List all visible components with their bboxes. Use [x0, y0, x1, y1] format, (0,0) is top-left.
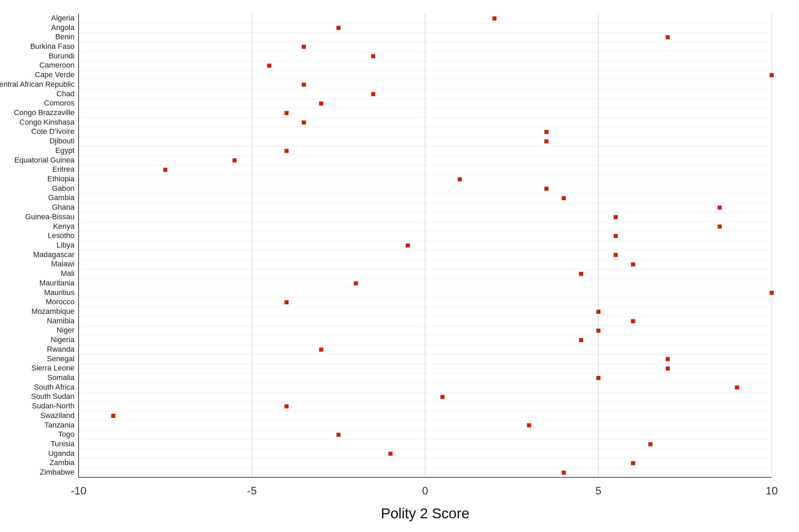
- svg-rect-64: [492, 16, 497, 20]
- svg-rect-124: [284, 300, 288, 304]
- svg-text:Madagascar: Madagascar: [33, 250, 75, 259]
- svg-text:Burundi: Burundi: [49, 52, 75, 60]
- svg-text:Morocco: Morocco: [46, 297, 75, 306]
- svg-rect-78: [302, 83, 306, 87]
- svg-text:Malawi: Malawi: [51, 260, 75, 268]
- svg-rect-90: [544, 139, 549, 143]
- svg-text:Namibia: Namibia: [47, 317, 75, 325]
- svg-text:Egypt: Egypt: [55, 146, 75, 155]
- svg-text:Ethiopia: Ethiopia: [47, 174, 75, 183]
- svg-text:Uganda: Uganda: [48, 449, 75, 458]
- svg-rect-106: [614, 215, 618, 219]
- svg-text:South Africa: South Africa: [34, 383, 75, 391]
- svg-rect-154: [648, 442, 652, 446]
- svg-rect-84: [284, 111, 288, 115]
- svg-rect-110: [614, 234, 618, 238]
- svg-text:Congo Brazzaville: Congo Brazzaville: [14, 108, 75, 117]
- svg-rect-158: [631, 461, 635, 465]
- svg-rect-70: [302, 45, 306, 49]
- svg-rect-148: [111, 414, 115, 418]
- svg-text:Angola: Angola: [51, 23, 75, 32]
- svg-text:Libya: Libya: [56, 241, 75, 249]
- svg-text:Tunisia: Tunisia: [51, 439, 75, 448]
- svg-rect-146: [284, 404, 288, 408]
- svg-rect-150: [527, 423, 531, 428]
- svg-rect-142: [735, 386, 739, 390]
- svg-rect-104: [718, 206, 722, 210]
- svg-text:Guinea-Bissau: Guinea-Bissau: [25, 212, 75, 221]
- svg-text:Mozambique: Mozambique: [31, 307, 75, 316]
- svg-rect-80: [371, 92, 375, 96]
- svg-text:10: 10: [766, 485, 778, 497]
- svg-text:Senegal: Senegal: [47, 354, 75, 363]
- svg-rect-128: [631, 319, 635, 323]
- svg-text:-10: -10: [71, 485, 86, 497]
- svg-text:Swaziland: Swaziland: [40, 411, 75, 420]
- svg-text:Rwanda: Rwanda: [47, 345, 75, 353]
- svg-rect-114: [614, 253, 618, 257]
- svg-rect-72: [371, 54, 375, 58]
- svg-text:Comoros: Comoros: [44, 99, 75, 107]
- chart-container: -10-50510Polity 2 ScoreAlgeriaAngolaBeni…: [0, 0, 799, 532]
- svg-rect-118: [579, 272, 583, 276]
- svg-rect-140: [596, 376, 600, 380]
- svg-rect-88: [544, 130, 549, 134]
- svg-rect-100: [544, 187, 549, 191]
- svg-text:Mauritania: Mauritania: [39, 279, 75, 287]
- svg-rect-66: [337, 26, 341, 30]
- svg-text:Burkina Faso: Burkina Faso: [30, 42, 75, 51]
- svg-text:Djibouti: Djibouti: [50, 137, 75, 145]
- svg-text:Zambia: Zambia: [50, 458, 75, 467]
- svg-text:Zimbabwe: Zimbabwe: [40, 468, 75, 476]
- svg-text:Congo Kinshasa: Congo Kinshasa: [19, 118, 75, 126]
- svg-text:Benin: Benin: [55, 32, 75, 41]
- svg-rect-126: [596, 310, 600, 314]
- svg-text:Polity 2 Score: Polity 2 Score: [381, 505, 469, 521]
- svg-text:Nigeria: Nigeria: [51, 335, 75, 344]
- svg-rect-96: [163, 168, 167, 172]
- main-chart: -10-50510Polity 2 ScoreAlgeriaAngolaBeni…: [0, 0, 799, 532]
- svg-rect-160: [562, 471, 566, 475]
- svg-rect-86: [302, 121, 306, 125]
- svg-rect-130: [596, 328, 600, 333]
- svg-text:Eritrea: Eritrea: [52, 165, 75, 173]
- svg-rect-74: [267, 64, 271, 68]
- svg-rect-152: [337, 433, 341, 437]
- svg-rect-156: [389, 452, 393, 456]
- svg-text:Niger: Niger: [56, 326, 75, 334]
- svg-rect-122: [770, 291, 774, 295]
- svg-text:0: 0: [422, 485, 428, 497]
- svg-rect-138: [666, 366, 670, 370]
- svg-rect-102: [562, 196, 566, 200]
- svg-rect-136: [666, 357, 670, 361]
- svg-rect-94: [232, 158, 236, 163]
- svg-text:Mauritius: Mauritius: [44, 288, 75, 297]
- svg-rect-116: [631, 262, 635, 266]
- svg-text:Cape Verde: Cape Verde: [35, 70, 75, 79]
- svg-text:South Sudan: South Sudan: [31, 392, 75, 401]
- svg-text:Algeria: Algeria: [51, 14, 75, 22]
- svg-text:Central African Republic: Central African Republic: [0, 80, 75, 88]
- svg-text:5: 5: [595, 485, 601, 497]
- svg-text:Gambia: Gambia: [48, 193, 75, 202]
- svg-text:Somalia: Somalia: [48, 373, 75, 382]
- svg-text:-5: -5: [247, 485, 257, 497]
- svg-text:Tanzania: Tanzania: [44, 421, 75, 429]
- svg-rect-82: [319, 101, 323, 106]
- svg-rect-134: [319, 348, 323, 352]
- svg-rect-92: [284, 149, 288, 153]
- svg-text:Equatorial Guinea: Equatorial Guinea: [14, 156, 75, 164]
- svg-text:Gabon: Gabon: [52, 184, 75, 193]
- svg-text:Togo: Togo: [58, 430, 75, 438]
- svg-rect-108: [718, 225, 722, 229]
- svg-rect-120: [354, 281, 358, 285]
- svg-rect-98: [458, 177, 462, 181]
- svg-text:Kenya: Kenya: [53, 222, 75, 230]
- svg-text:Lesotho: Lesotho: [48, 231, 75, 240]
- svg-text:Cameroon: Cameroon: [39, 61, 75, 69]
- svg-rect-68: [666, 35, 670, 39]
- svg-text:Sierra Leone: Sierra Leone: [31, 364, 75, 372]
- svg-rect-144: [441, 395, 445, 399]
- svg-rect-112: [406, 243, 410, 248]
- svg-text:Cote D'Ivoire: Cote D'Ivoire: [31, 127, 75, 136]
